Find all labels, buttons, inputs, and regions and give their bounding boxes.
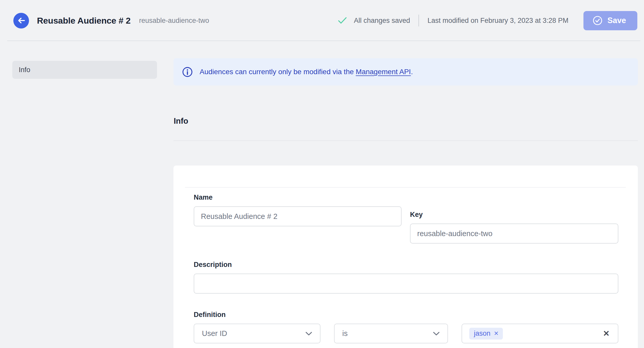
name-label: Name [194,194,402,201]
remove-value-icon[interactable]: ✕ [494,331,499,336]
definition-row: User ID is [194,324,618,343]
operator-select[interactable]: is [334,324,448,343]
save-status: All changes saved [338,17,410,25]
info-card: Name Key Description Definition [173,166,638,348]
arrow-left-icon [17,17,25,24]
page-title: Reusable Audience # 2 [37,16,131,26]
name-key-row: Name Key [194,194,618,244]
card-top-divider [185,187,626,188]
value-chip: jason ✕ [469,328,503,340]
name-input[interactable] [194,206,402,226]
definition-label: Definition [194,311,618,319]
main-content: Audiences can currently only be modified… [173,58,638,348]
info-banner: Audiences can currently only be modified… [173,58,638,85]
save-status-label: All changes saved [354,17,410,25]
key-input[interactable] [410,224,618,244]
check-circle-icon [593,16,602,25]
info-icon [182,67,193,77]
attribute-select-value: User ID [202,329,227,338]
banner-text-before: Audiences can currently only be modified… [200,68,356,76]
value-chip-label: jason [474,330,491,337]
banner-text: Audiences can currently only be modified… [200,68,413,76]
check-icon [338,17,347,24]
definition-field: Definition User ID is [194,311,618,343]
save-button[interactable]: Save [583,11,637,30]
chevron-down-icon [305,332,312,336]
main-layout: Info Audiences can currently only be mod… [0,41,644,348]
sidebar-item-label: Info [19,66,30,74]
management-api-link[interactable]: Management API [356,68,411,76]
section-title: Info [174,117,638,126]
clear-values-icon[interactable]: ✕ [603,330,611,337]
description-input[interactable] [194,274,618,294]
header-vertical-divider [418,15,419,26]
page: Reusable Audience # 2 reusable-audience-… [0,0,644,348]
back-button[interactable] [13,13,29,28]
name-field: Name [194,194,402,244]
section-divider [173,140,638,141]
sidebar: Info [12,58,157,79]
header: Reusable Audience # 2 reusable-audience-… [0,0,644,41]
last-modified-text: Last modified on February 3, 2023 at 3:2… [427,17,568,25]
operator-select-value: is [342,329,348,338]
page-subtitle: reusable-audience-two [139,17,209,25]
description-label: Description [194,261,618,269]
save-button-label: Save [608,16,626,25]
key-field: Key [410,211,618,244]
sidebar-item-info[interactable]: Info [12,61,157,79]
card-inner: Name Key Description Definition [173,166,638,343]
definition-values-input[interactable]: jason ✕ ✕ [462,324,618,343]
chevron-down-icon [433,332,440,336]
description-field: Description [194,261,618,294]
banner-text-after: . [411,68,413,76]
key-label: Key [410,211,618,219]
attribute-select[interactable]: User ID [194,324,320,343]
